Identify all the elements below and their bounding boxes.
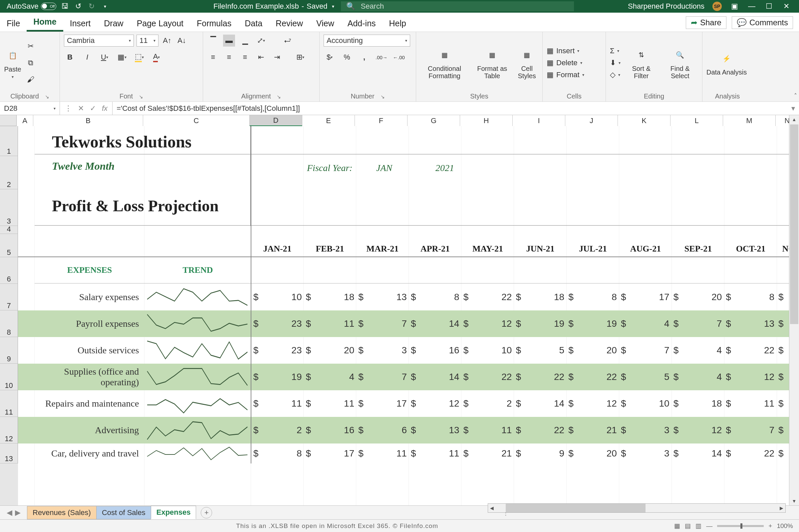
autosave-toggle[interactable]: AutoSave Off — [7, 2, 56, 11]
decrease-indent-icon[interactable]: ⇤ — [255, 51, 267, 63]
row-header-1[interactable]: 1 — [0, 126, 18, 156]
tab-view[interactable]: View — [310, 14, 341, 32]
zoom-out-icon[interactable]: — — [706, 522, 712, 530]
cell-value[interactable]: $5 — [618, 364, 671, 390]
col-header-F[interactable]: F — [355, 115, 408, 126]
increase-font-icon[interactable]: A↑ — [161, 35, 173, 46]
vertical-scrollbar[interactable]: ▲ ▼ — [789, 115, 799, 506]
cell-value[interactable]: $23 — [251, 337, 303, 364]
paste-button[interactable]: 📋Paste▾ — [4, 47, 21, 79]
cell-value[interactable]: $13 — [356, 284, 408, 310]
increase-indent-icon[interactable]: ⇥ — [271, 51, 283, 63]
scroll-right-icon[interactable]: ▶ — [778, 506, 785, 511]
page-layout-view-icon[interactable]: ▤ — [685, 522, 691, 530]
align-left-icon[interactable]: ≡ — [207, 51, 219, 63]
col-header-M[interactable]: M — [723, 115, 776, 126]
expand-formula-icon[interactable]: ▾ — [787, 104, 799, 113]
cell-value[interactable]: $16 — [408, 337, 461, 364]
share-button[interactable]: ➦Share — [686, 16, 726, 29]
row-header-5[interactable]: 5 — [0, 234, 18, 257]
cell-value[interactable]: $20 — [565, 337, 618, 364]
fb-dropdown-icon[interactable]: ⋮ — [64, 104, 72, 113]
tab-addins[interactable]: Add-ins — [341, 14, 383, 32]
decrease-decimal-icon[interactable]: ←.00 — [393, 51, 405, 63]
cell-value[interactable]: $8 — [408, 284, 461, 310]
launcher-icon[interactable]: ↘ — [39, 94, 49, 99]
fill-color-button[interactable]: ⬚▾ — [133, 51, 145, 63]
merge-center-icon[interactable]: ⊞▾ — [294, 51, 306, 63]
cell-value[interactable]: $22 — [513, 364, 565, 390]
cell-value[interactable]: $11 — [251, 390, 303, 417]
minimize-icon[interactable]: — — [747, 2, 756, 11]
tab-formulas[interactable]: Formulas — [190, 14, 238, 32]
cell-value[interactable]: $11 — [303, 310, 356, 337]
fill-button[interactable]: ⬇▾ — [610, 59, 620, 67]
align-top-icon[interactable]: ▔ — [207, 35, 219, 46]
cell-value[interactable]: $14 — [671, 443, 723, 463]
cell-value[interactable]: $22 — [565, 364, 618, 390]
font-name-select[interactable]: Cambria▾ — [64, 35, 134, 46]
scroll-up-icon[interactable]: ▲ — [789, 115, 799, 124]
decrease-font-icon[interactable]: A↓ — [176, 35, 188, 46]
row-header-11[interactable]: 11 — [0, 390, 18, 417]
col-header-I[interactable]: I — [513, 115, 565, 126]
tab-page-layout[interactable]: Page Layout — [130, 14, 190, 32]
cell-value[interactable]: $3 — [618, 417, 671, 443]
data-analysis-button[interactable]: ⚡Data Analysis — [706, 50, 747, 76]
find-select-button[interactable]: 🔍Find & Select — [662, 46, 698, 79]
row-header-10[interactable]: 10 — [0, 364, 18, 390]
cell-value[interactable]: $11 — [723, 390, 776, 417]
tab-help[interactable]: Help — [383, 14, 413, 32]
clear-button[interactable]: ◇▾ — [610, 71, 620, 79]
row-header-8[interactable]: 8 — [0, 310, 18, 337]
align-middle-icon[interactable]: ▬ — [223, 35, 235, 46]
cell-value[interactable]: $11 — [408, 443, 461, 463]
collapse-ribbon-icon[interactable]: ˄ — [794, 92, 797, 99]
launcher-icon[interactable]: ↘ — [133, 94, 143, 99]
cell-value[interactable]: $21 — [461, 443, 513, 463]
cell-value[interactable]: $16 — [303, 417, 356, 443]
number-format-select[interactable]: Accounting▾ — [323, 35, 410, 46]
insert-cells-button[interactable]: ▦Insert▾ — [547, 46, 584, 55]
cell-value[interactable]: $20 — [671, 284, 723, 310]
col-header-J[interactable]: J — [565, 115, 618, 126]
cell-value[interactable]: $13 — [408, 417, 461, 443]
sort-filter-button[interactable]: ⇅Sort & Filter — [625, 46, 657, 79]
col-header-K[interactable]: K — [618, 115, 670, 126]
cell-value[interactable]: $11 — [356, 443, 408, 463]
cell-value[interactable]: $12 — [408, 390, 461, 417]
wrap-text-icon[interactable]: ⮐ — [282, 35, 294, 46]
cell-value[interactable]: $11 — [461, 417, 513, 443]
bold-button[interactable]: B — [64, 51, 76, 63]
cell-value[interactable]: $12 — [671, 417, 723, 443]
cell-value[interactable]: $20 — [303, 337, 356, 364]
cell-value[interactable]: $9 — [513, 443, 565, 463]
format-cells-button[interactable]: ▦Format▾ — [547, 71, 584, 79]
currency-icon[interactable]: $▾ — [323, 51, 336, 63]
border-button[interactable]: ▦▾ — [116, 51, 128, 63]
cell-value[interactable]: $5 — [513, 337, 565, 364]
cell-value[interactable]: $14 — [513, 390, 565, 417]
scroll-down-icon[interactable]: ▼ — [789, 497, 799, 506]
save-icon[interactable]: 🖫 — [60, 2, 70, 11]
row-header-3[interactable]: 3 — [0, 189, 18, 226]
col-header-L[interactable]: L — [670, 115, 723, 126]
cell-value[interactable]: $22 — [723, 443, 776, 463]
col-header-A[interactable]: A — [17, 115, 33, 126]
zoom-in-icon[interactable]: + — [768, 522, 772, 530]
row-header-9[interactable]: 9 — [0, 337, 18, 364]
sheet-tab-cost-of-sales[interactable]: Cost of Sales — [96, 506, 151, 519]
cell-value[interactable]: $8 — [251, 443, 303, 463]
cell-value[interactable]: $2 — [251, 417, 303, 443]
cell-value[interactable]: $7 — [356, 310, 408, 337]
next-sheet-icon[interactable]: ▶ — [15, 508, 21, 517]
vscroll-thumb[interactable] — [790, 125, 798, 324]
scroll-left-icon[interactable]: ◀ — [488, 506, 496, 511]
cell-value[interactable]: $3 — [618, 443, 671, 463]
conditional-formatting-button[interactable]: ▦Conditional Formatting — [420, 46, 469, 79]
cell-value[interactable]: $14 — [408, 310, 461, 337]
cell-value[interactable]: $22 — [513, 417, 565, 443]
page-break-view-icon[interactable]: ▥ — [695, 522, 702, 530]
cell-value[interactable]: $17 — [618, 284, 671, 310]
cell-value[interactable]: $4 — [303, 364, 356, 390]
